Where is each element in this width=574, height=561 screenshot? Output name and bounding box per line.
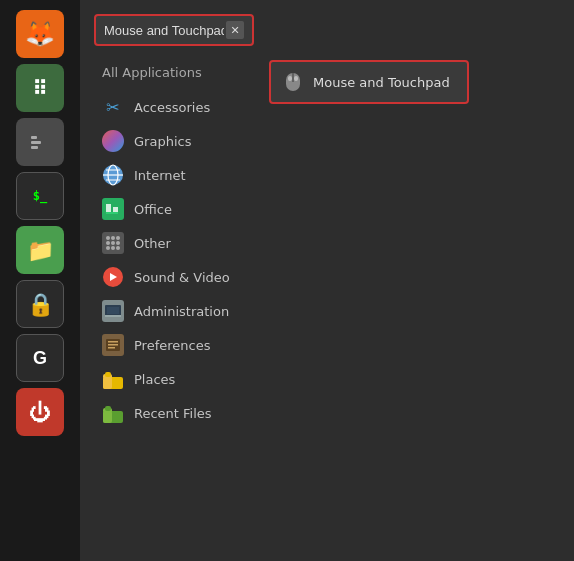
recent-label: Recent Files [134,406,212,421]
svg-rect-28 [111,317,115,319]
svg-rect-26 [105,315,121,317]
category-graphics[interactable]: Graphics [94,125,259,157]
office-label: Office [134,202,172,217]
svg-rect-41 [105,406,111,411]
content-area: All Applications ✂ Accessories Graphics [94,60,560,547]
all-apps-label: All Applications [102,65,202,80]
lock-icon: 🔒 [27,292,54,317]
accessories-icon: ✂ [102,96,124,118]
sidebar-icon-launcher[interactable]: ⠿ [16,64,64,112]
svg-point-13 [106,236,110,240]
recent-icon [102,402,124,424]
places-label: Places [134,372,175,387]
svg-rect-11 [106,212,118,214]
internet-label: Internet [134,168,186,183]
svg-point-20 [111,246,115,250]
grub-icon: G [33,348,47,369]
category-all[interactable]: All Applications [94,60,259,85]
sidebar-icon-lock[interactable]: 🔒 [16,280,64,328]
other-label: Other [134,236,171,251]
launcher-icon: ⠿ [32,76,48,100]
svg-rect-37 [105,372,111,377]
unity-icon [27,127,53,158]
svg-point-15 [116,236,120,240]
graphics-icon [102,130,124,152]
mouse-touchpad-label: Mouse and Touchpad [313,75,450,90]
svg-point-19 [106,246,110,250]
category-admin[interactable]: Administration [94,295,259,327]
search-clear-button[interactable]: ✕ [226,21,244,39]
other-icon [102,232,124,254]
search-wrapper[interactable]: ✕ [94,14,254,46]
category-places[interactable]: Places [94,363,259,395]
svg-rect-1 [31,141,41,144]
svg-rect-2 [31,146,38,149]
firefox-icon: 🦊 [25,20,55,48]
results-area: Mouse and Touchpad [259,60,560,547]
graphics-label: Graphics [134,134,191,149]
mouse-touchpad-icon [281,70,305,94]
svg-point-21 [116,246,120,250]
sidebar-icon-grub[interactable]: G [16,334,64,382]
svg-rect-0 [31,136,37,139]
places-icon [102,368,124,390]
sidebar-icon-unity[interactable] [16,118,64,166]
office-icon [102,198,124,220]
categories-list: All Applications ✂ Accessories Graphics [94,60,259,547]
sidebar-icon-firefox[interactable]: 🦊 [16,10,64,58]
prefs-label: Preferences [134,338,210,353]
sidebar-icon-files[interactable]: 📁 [16,226,64,274]
internet-icon [102,164,124,186]
admin-label: Administration [134,304,229,319]
svg-point-17 [111,241,115,245]
svg-rect-31 [108,341,118,343]
prefs-icon [102,334,124,356]
svg-rect-27 [107,307,119,314]
search-bar: ✕ [94,14,560,46]
sound-icon [102,266,124,288]
svg-rect-33 [108,347,115,349]
clear-icon: ✕ [230,24,239,37]
sidebar-icon-terminal[interactable]: $_ [16,172,64,220]
sound-label: Sound & Video [134,270,230,285]
main-content: ✕ All Applications ✂ Accessories Graphic… [80,0,574,561]
accessories-label: Accessories [134,100,210,115]
svg-rect-32 [108,344,118,346]
category-sound[interactable]: Sound & Video [94,261,259,293]
sidebar-icon-power[interactable]: ⏻ [16,388,64,436]
category-other[interactable]: Other [94,227,259,259]
svg-point-18 [116,241,120,245]
terminal-icon: $_ [33,189,47,203]
category-internet[interactable]: Internet [94,159,259,191]
search-input[interactable] [104,23,224,38]
files-icon: 📁 [27,238,54,263]
category-prefs[interactable]: Preferences [94,329,259,361]
admin-icon [102,300,124,322]
category-accessories[interactable]: ✂ Accessories [94,91,259,123]
svg-rect-45 [294,76,298,81]
power-icon: ⏻ [29,400,51,425]
svg-rect-44 [288,76,292,81]
category-office[interactable]: Office [94,193,259,225]
result-mouse-touchpad[interactable]: Mouse and Touchpad [269,60,469,104]
category-recent[interactable]: Recent Files [94,397,259,429]
svg-point-14 [111,236,115,240]
sidebar: 🦊 ⠿ $_ 📁 🔒 G ⏻ [0,0,80,561]
svg-point-16 [106,241,110,245]
